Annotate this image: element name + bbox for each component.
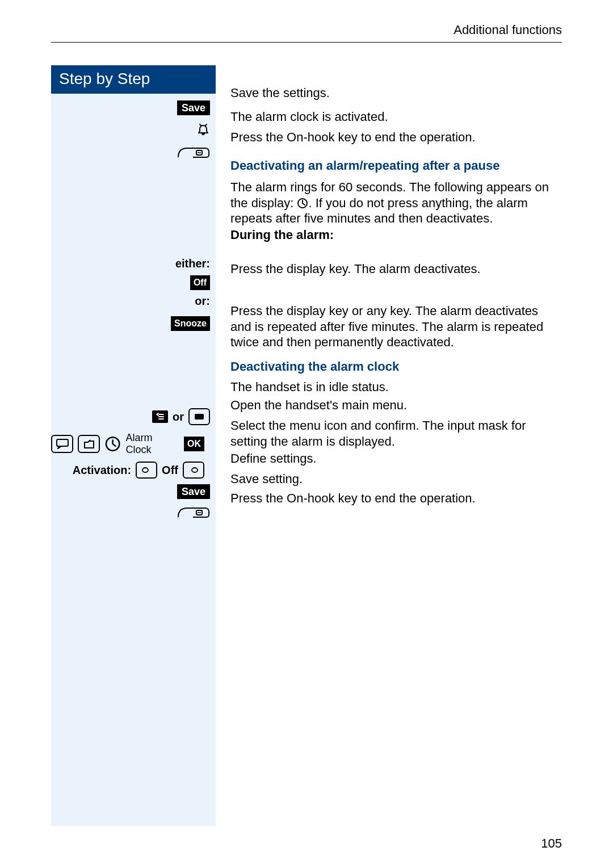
sidebar-row-off: Off <box>190 275 210 290</box>
or-label: or <box>173 410 184 423</box>
instr-open-menu: Open the handset's main menu. <box>230 397 562 413</box>
sidebar-row-save-2: Save <box>177 484 210 499</box>
sidebar-row-onhook-2 <box>177 502 210 519</box>
svg-rect-3 <box>57 439 68 446</box>
instr-idle: The handset is in idle status. <box>230 379 562 395</box>
off-softkey[interactable]: Off <box>190 275 210 290</box>
save-softkey-2[interactable]: Save <box>177 484 210 499</box>
activation-label: Activation: <box>73 464 131 477</box>
clock-icon <box>104 435 121 452</box>
alarm-bell-icon <box>196 123 210 137</box>
instr-alarm-activated: The alarm clock is activated. <box>230 109 562 125</box>
svg-point-2 <box>201 150 203 152</box>
save-softkey[interactable]: Save <box>177 100 210 115</box>
clock-inline-icon <box>297 198 308 209</box>
instr-snooze: Press the display key or any key. The al… <box>230 303 562 350</box>
running-header: Additional functions <box>51 23 562 42</box>
sidebar-row-snooze: Snooze <box>171 316 210 331</box>
center-key-icon[interactable] <box>188 408 210 425</box>
sidebar-row-alarm-clock: Alarm Clock OK <box>51 432 210 456</box>
sidebar-row-activation: Activation: Off <box>51 462 210 479</box>
resources-icon <box>78 435 100 453</box>
instr-onhook-1: Press the On-hook key to end the operati… <box>230 129 562 145</box>
svg-point-9 <box>201 510 203 511</box>
nav-right-key-icon[interactable] <box>183 462 204 479</box>
header-rule <box>51 42 562 43</box>
document-page: Additional functions Step by Step Save <box>0 0 613 868</box>
menu-item-label: Alarm Clock <box>125 432 179 456</box>
snooze-softkey[interactable]: Snooze <box>171 316 210 331</box>
instr-define-settings: Define settings. <box>230 451 562 467</box>
sidebar-row-save: Save <box>177 100 210 115</box>
sms-icon <box>51 435 73 453</box>
instr-save-setting: Save setting. <box>230 471 562 487</box>
heading-deactivating-pause: Deactivating an alarm/repeating after a … <box>230 158 562 174</box>
on-hook-key-icon-2[interactable] <box>177 502 210 519</box>
on-hook-key-icon[interactable] <box>177 142 210 160</box>
instr-onhook-2: Press the On-hook key to end the operati… <box>230 490 562 506</box>
sidebar-label-either: either: <box>175 257 210 270</box>
instr-save-settings: Save the settings. <box>230 85 562 101</box>
sidebar-row-menu: or <box>152 408 210 425</box>
sidebar-row-alarm-icon <box>196 123 210 137</box>
nav-left-key-icon[interactable] <box>136 462 157 479</box>
menu-key-icon[interactable] <box>152 410 168 423</box>
ok-softkey[interactable]: OK <box>184 437 204 451</box>
para-alarm-rings: The alarm rings for 60 seconds. The foll… <box>230 179 562 227</box>
activation-value: Off <box>162 464 178 477</box>
heading-during-alarm: During the alarm: <box>230 227 562 243</box>
step-by-step-sidebar: Step by Step Save <box>51 65 216 826</box>
sidebar-title: Step by Step <box>51 65 216 94</box>
svg-point-6 <box>192 468 198 472</box>
sidebar-row-onhook-1 <box>177 142 210 160</box>
sidebar-label-or: or: <box>195 295 210 308</box>
instr-off: Press the display key. The alarm deactiv… <box>230 261 562 277</box>
page-number: 105 <box>541 836 562 851</box>
heading-deactivating-clock: Deactivating the alarm clock <box>230 359 562 375</box>
instr-select-confirm: Select the menu icon and confirm. The in… <box>230 418 562 449</box>
svg-point-5 <box>142 468 148 472</box>
